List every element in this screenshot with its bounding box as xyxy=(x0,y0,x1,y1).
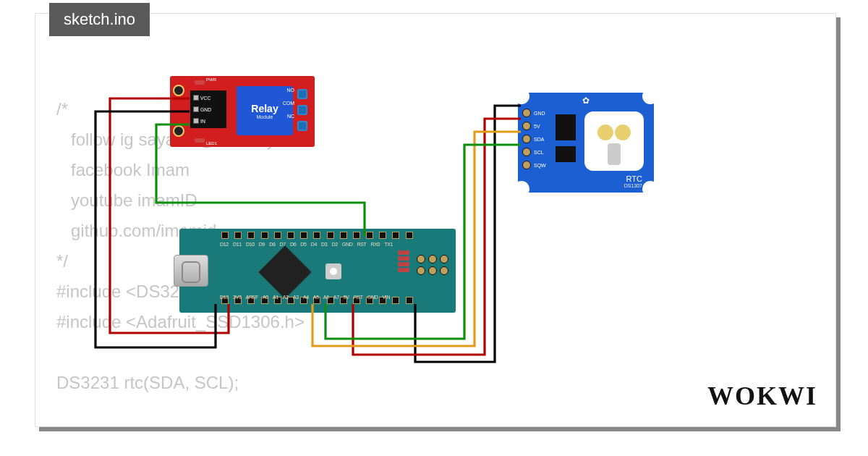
code-line: #include <Adafruit_SSD1306.h> xyxy=(56,312,305,332)
code-line: follow ig saya di @imamsybkti xyxy=(56,130,302,149)
wokwi-logo: WOKWI xyxy=(707,381,817,411)
code-line: youtube imamID xyxy=(56,190,197,210)
code-preview: /* follow ig saya di @imamsybkti faceboo… xyxy=(56,64,305,398)
file-tab[interactable]: sketch.ino xyxy=(49,3,150,36)
code-line: facebook Imam xyxy=(56,160,190,180)
code-line: github.com/imamid xyxy=(56,221,216,240)
code-line: #include <DS3231.h> xyxy=(56,282,224,301)
code-line: /* xyxy=(56,99,68,119)
file-tab-label: sketch.ino xyxy=(64,10,135,28)
code-line: DS3231 rtc(SDA, SCL); xyxy=(56,373,239,392)
code-line: */ xyxy=(56,251,68,271)
